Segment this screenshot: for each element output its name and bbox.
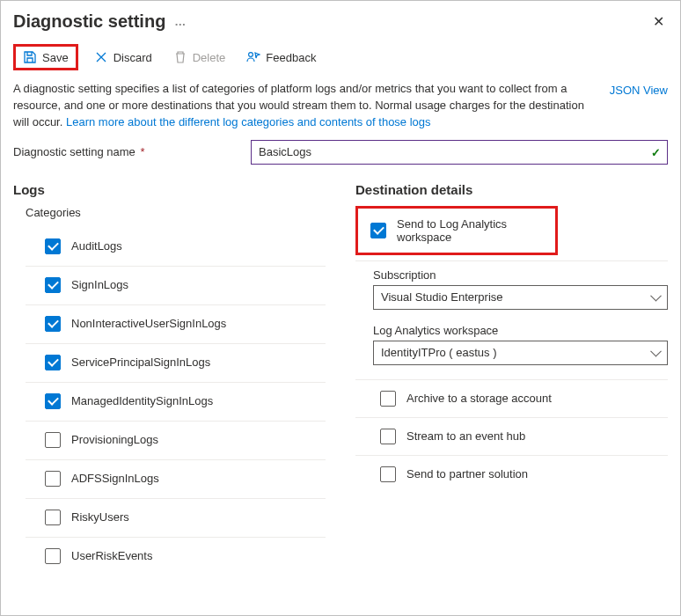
page-title: Diagnostic setting	[13, 11, 165, 32]
category-label: ProvisioningLogs	[71, 433, 158, 446]
categories-heading: Categories	[26, 206, 326, 219]
workspace-select[interactable]: IdentityITPro ( eastus )	[373, 341, 668, 365]
checkbox-auditlogs[interactable]	[45, 238, 61, 254]
learn-more-link[interactable]: Learn more about the different log categ…	[66, 115, 431, 128]
category-noninteractive[interactable]: NonInteractiveUserSignInLogs	[26, 305, 326, 344]
logs-heading: Logs	[13, 182, 326, 197]
discard-icon	[94, 50, 108, 64]
delete-button: Delete	[170, 47, 231, 68]
delete-label: Delete	[193, 51, 226, 64]
more-menu-icon[interactable]: …	[174, 15, 187, 28]
feedback-icon	[246, 50, 260, 64]
log-analytics-label: Send to Log Analytics workspace	[397, 217, 543, 244]
setting-name-label-text: Diagnostic setting name	[13, 145, 135, 158]
save-button[interactable]: Save	[13, 44, 78, 70]
workspace-label: Log Analytics workspace	[373, 324, 668, 337]
category-signinlogs[interactable]: SignInLogs	[26, 267, 326, 305]
svg-point-0	[249, 53, 253, 57]
close-icon[interactable]: ✕	[649, 10, 668, 33]
feedback-label: Feedback	[266, 51, 316, 64]
workspace-value: IdentityITPro ( eastus )	[381, 346, 497, 359]
category-label: ADFSSignInLogs	[71, 472, 159, 485]
checkbox-managedidentity[interactable]	[45, 393, 61, 409]
send-log-analytics-row[interactable]: Send to Log Analytics workspace	[355, 206, 558, 255]
checkbox-noninteractive[interactable]	[45, 316, 61, 332]
checkbox-adfssigninlogs[interactable]	[45, 471, 61, 487]
json-view-link[interactable]: JSON View	[610, 83, 668, 99]
category-riskyusers[interactable]: RiskyUsers	[26, 499, 326, 538]
setting-name-input[interactable]	[251, 140, 668, 165]
stream-eventhub-row[interactable]: Stream to an event hub	[355, 417, 668, 456]
checkbox-signinlogs[interactable]	[45, 277, 61, 293]
archive-storage-row[interactable]: Archive to a storage account	[355, 379, 668, 418]
storage-label: Archive to a storage account	[406, 392, 552, 405]
category-serviceprincipal[interactable]: ServicePrincipalSignInLogs	[26, 344, 326, 383]
category-label: UserRiskEvents	[71, 549, 152, 562]
category-managedidentity[interactable]: ManagedIdentitySignInLogs	[26, 383, 326, 422]
description-text: A diagnostic setting specifies a list of…	[13, 81, 592, 131]
category-adfssigninlogs[interactable]: ADFSSignInLogs	[26, 460, 326, 499]
valid-check-icon: ✓	[651, 145, 661, 158]
eventhub-label: Stream to an event hub	[406, 429, 525, 443]
category-userriskevents[interactable]: UserRiskEvents	[26, 538, 326, 576]
category-label: SignInLogs	[71, 278, 128, 291]
category-label: ManagedIdentitySignInLogs	[71, 394, 213, 407]
save-icon	[23, 50, 37, 64]
destination-heading: Destination details	[355, 182, 668, 197]
category-provisioninglogs[interactable]: ProvisioningLogs	[26, 422, 326, 460]
category-label: ServicePrincipalSignInLogs	[71, 356, 210, 369]
feedback-button[interactable]: Feedback	[243, 47, 321, 68]
category-label: NonInteractiveUserSignInLogs	[71, 317, 226, 330]
checkbox-provisioninglogs[interactable]	[45, 432, 61, 448]
checkbox-riskyusers[interactable]	[45, 510, 61, 525]
checkbox-userriskevents[interactable]	[45, 548, 61, 564]
subscription-label: Subscription	[373, 268, 668, 282]
setting-name-label: Diagnostic setting name *	[13, 145, 242, 158]
checkbox-eventhub[interactable]	[380, 429, 396, 444]
checkbox-log-analytics[interactable]	[370, 223, 386, 238]
required-indicator: *	[140, 145, 144, 158]
category-auditlogs[interactable]: AuditLogs	[26, 228, 326, 267]
discard-label: Discard	[114, 51, 152, 64]
partner-label: Send to partner solution	[406, 467, 528, 480]
checkbox-partner[interactable]	[380, 466, 396, 482]
category-label: RiskyUsers	[71, 510, 129, 524]
category-label: AuditLogs	[71, 239, 122, 253]
toolbar: Save Discard Delete Feedback	[1, 33, 680, 77]
checkbox-storage[interactable]	[380, 391, 396, 407]
delete-icon	[173, 50, 187, 64]
partner-solution-row[interactable]: Send to partner solution	[355, 455, 668, 493]
subscription-value: Visual Studio Enterprise	[381, 290, 503, 304]
save-label: Save	[42, 51, 69, 64]
checkbox-serviceprincipal[interactable]	[45, 355, 61, 370]
subscription-select[interactable]: Visual Studio Enterprise	[373, 285, 668, 310]
discard-button[interactable]: Discard	[91, 47, 157, 68]
